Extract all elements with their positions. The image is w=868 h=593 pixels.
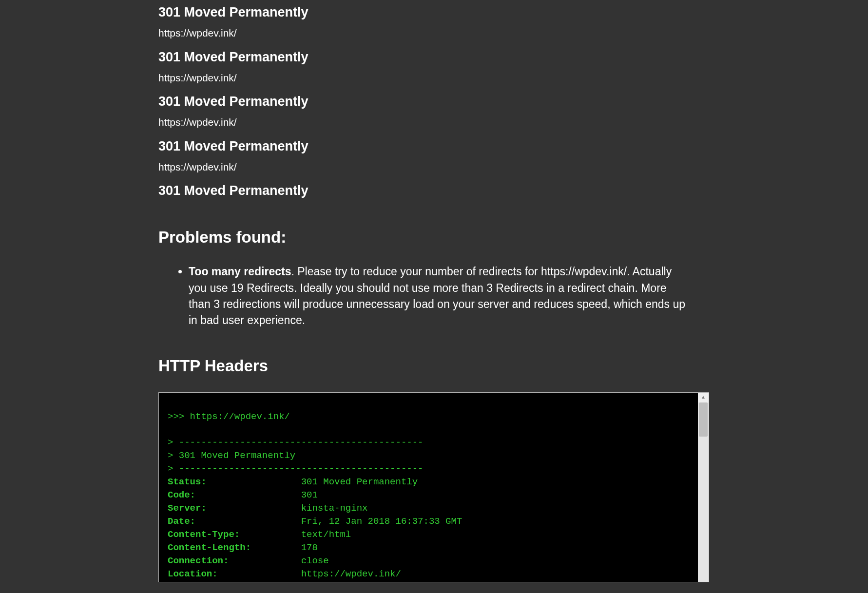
- problem-lead: Too many redirects: [189, 265, 291, 278]
- document-body: 301 Moved Permanentlyhttps://wpdev.ink/3…: [158, 0, 709, 582]
- redirect-status: 301 Moved Permanently: [158, 92, 709, 111]
- redirect-status: 301 Moved Permanently: [158, 48, 709, 67]
- redirect-url: https://wpdev.ink/: [158, 160, 709, 174]
- headers-panel: >>> https://wpdev.ink/ > ---------------…: [158, 392, 709, 582]
- problem-item: Too many redirects. Please try to reduce…: [189, 264, 690, 328]
- console-scrollbar[interactable]: ▲: [698, 393, 709, 582]
- redirect-list: 301 Moved Permanentlyhttps://wpdev.ink/3…: [158, 3, 709, 200]
- redirect-status: 301 Moved Permanently: [158, 3, 709, 22]
- redirect-url: https://wpdev.ink/: [158, 71, 709, 85]
- headers-console: >>> https://wpdev.ink/ > ---------------…: [159, 393, 698, 582]
- problems-list: Too many redirects. Please try to reduce…: [189, 264, 709, 328]
- scroll-up-icon[interactable]: ▲: [698, 393, 709, 402]
- redirect-status: 301 Moved Permanently: [158, 137, 709, 156]
- http-headers-heading: HTTP Headers: [158, 354, 709, 378]
- problems-heading: Problems found:: [158, 226, 709, 249]
- redirect-url: https://wpdev.ink/: [158, 115, 709, 130]
- redirect-status: 301 Moved Permanently: [158, 181, 709, 200]
- scrollbar-thumb[interactable]: [699, 402, 708, 437]
- redirect-url: https://wpdev.ink/: [158, 26, 709, 40]
